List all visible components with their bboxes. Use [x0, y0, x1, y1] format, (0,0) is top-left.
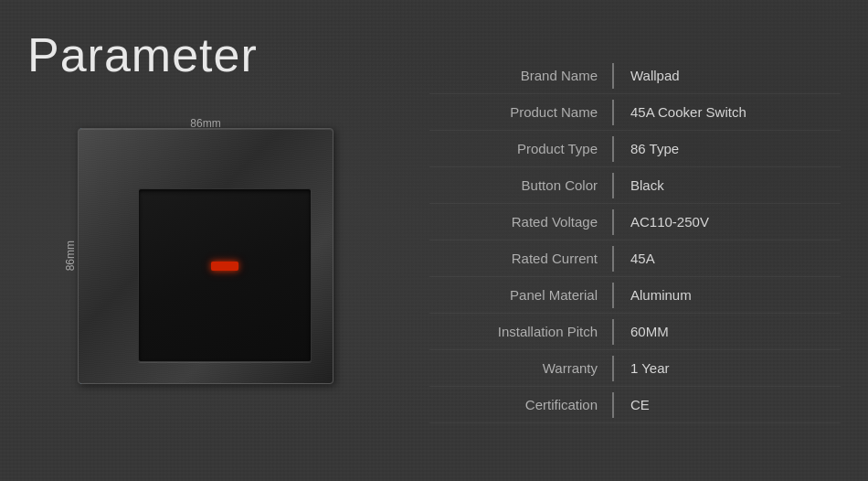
- param-name: Product Name: [429, 104, 612, 120]
- right-panel: Brand NameWallpadProduct Name45A Cooker …: [411, 0, 868, 481]
- param-name: Rated Voltage: [429, 214, 612, 230]
- product-diagram: 86mm 86mm: [59, 110, 352, 412]
- param-name: Rated Current: [429, 251, 612, 266]
- param-row: Button ColorBlack: [429, 167, 841, 204]
- param-name: Installation Pitch: [429, 324, 612, 339]
- param-value: 86 Type: [614, 141, 841, 156]
- indicator-light: [211, 262, 238, 271]
- param-name: Panel Material: [429, 287, 612, 303]
- params-table: Brand NameWallpadProduct Name45A Cooker …: [429, 58, 841, 423]
- param-row: Installation Pitch60MM: [429, 314, 841, 350]
- param-name: Product Type: [429, 141, 612, 156]
- page-title: Parameter: [27, 27, 384, 82]
- param-row: Warranty1 Year: [429, 350, 841, 387]
- param-value: Aluminum: [614, 287, 841, 303]
- param-name: Button Color: [429, 177, 612, 193]
- param-name: Warranty: [429, 360, 612, 376]
- param-value: Black: [614, 177, 841, 193]
- param-row: Rated Current45A: [429, 240, 841, 277]
- outer-plate: [78, 128, 333, 384]
- left-panel: Parameter 86mm 86mm: [0, 0, 411, 481]
- param-row: Brand NameWallpad: [429, 58, 841, 94]
- param-name: Certification: [429, 397, 612, 412]
- param-value: AC110-250V: [614, 214, 841, 230]
- height-label: 86mm: [64, 240, 77, 271]
- param-row: Product Type86 Type: [429, 131, 841, 167]
- param-name: Brand Name: [429, 68, 612, 83]
- param-value: 60MM: [614, 324, 841, 339]
- param-value: 45A: [614, 251, 841, 266]
- inner-switch: [138, 188, 312, 362]
- param-row: Panel MaterialAluminum: [429, 277, 841, 314]
- param-row: Product Name45A Cooker Switch: [429, 94, 841, 131]
- param-row: Rated VoltageAC110-250V: [429, 204, 841, 240]
- param-value: Wallpad: [614, 68, 841, 83]
- param-value: CE: [614, 397, 841, 412]
- param-value: 45A Cooker Switch: [614, 104, 841, 120]
- param-row: CertificationCE: [429, 387, 841, 423]
- param-value: 1 Year: [614, 360, 841, 376]
